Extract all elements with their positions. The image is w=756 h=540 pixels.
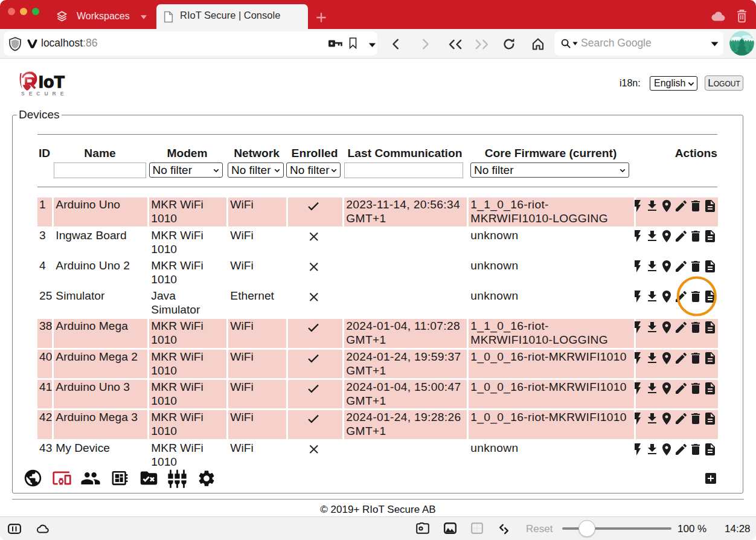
svg-text:SECURE: SECURE [21, 91, 68, 97]
svg-text:IoT: IoT [39, 72, 65, 91]
